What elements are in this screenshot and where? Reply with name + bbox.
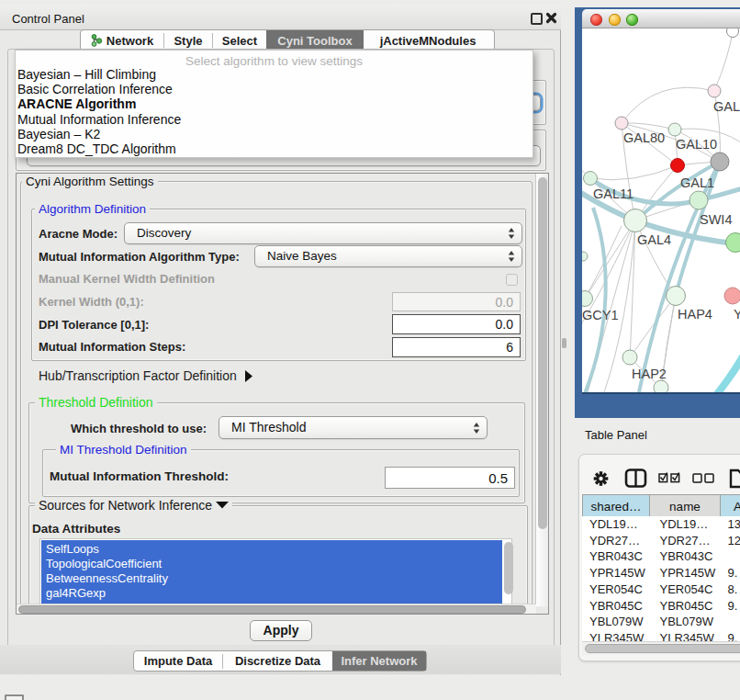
- svg-text:YJ: YJ: [734, 307, 740, 322]
- svg-text:GAL4: GAL4: [637, 232, 671, 247]
- svg-text:SWI4: SWI4: [700, 212, 732, 227]
- svg-text:GCY1: GCY1: [582, 308, 619, 322]
- svg-text:HAP4: HAP4: [678, 307, 712, 322]
- svg-text:GAL80: GAL80: [623, 130, 665, 145]
- svg-text:HAP2: HAP2: [632, 367, 667, 381]
- svg-text:GAL7: GAL7: [713, 99, 740, 114]
- svg-text:GAL11: GAL11: [593, 186, 633, 201]
- svg-text:GAL10: GAL10: [676, 137, 717, 152]
- svg-text:GAL1: GAL1: [680, 175, 714, 190]
